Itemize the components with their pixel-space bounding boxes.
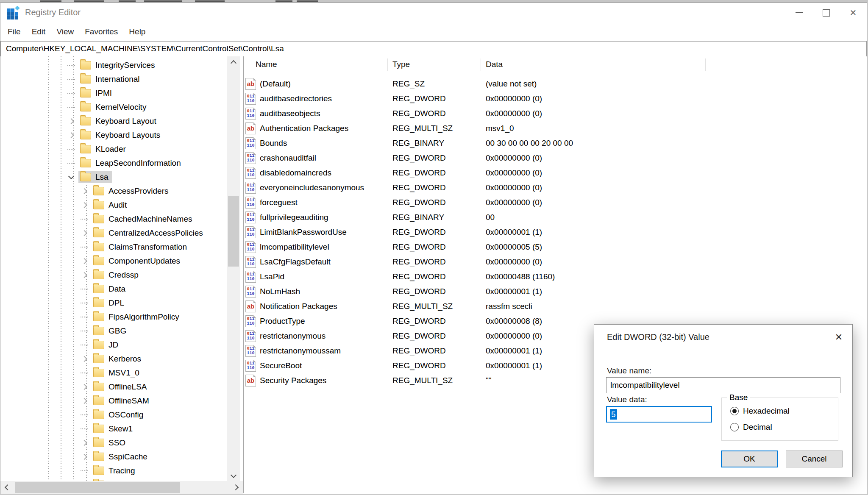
tree-expander-chevron-icon[interactable] [67, 61, 76, 70]
registry-value-row[interactable]: ab 011 110 auditbaseobjects REG_DWORD 0x… [244, 106, 867, 121]
tree-item[interactable]: MSV1_0 [0, 366, 227, 380]
tree-expander-chevron-icon[interactable] [81, 341, 89, 349]
tree-expander-chevron-icon[interactable] [81, 355, 89, 363]
tree-expander-chevron-icon[interactable] [81, 327, 89, 335]
tree-item[interactable]: SSO [0, 436, 227, 450]
minimize-button[interactable] [785, 3, 812, 22]
tree-item[interactable]: JD [0, 338, 227, 352]
tree-item[interactable]: IPMI [0, 86, 227, 100]
tree-item[interactable]: Tracing [0, 464, 227, 478]
tree-expander-chevron-icon[interactable] [81, 187, 89, 195]
tree-item[interactable]: OSConfig [0, 408, 227, 422]
registry-value-row[interactable]: ab 011 110 crashonauditfail REG_DWORD 0x… [244, 151, 867, 166]
dialog-close-button[interactable]: ✕ [829, 330, 848, 345]
vertical-scrollbar-thumb[interactable] [228, 196, 239, 267]
tree-expander-chevron-icon[interactable] [81, 313, 89, 321]
tree-item[interactable]: AccessProviders [0, 184, 227, 198]
menu-item[interactable]: Edit [26, 22, 51, 41]
registry-value-row[interactable]: ab 011 110 Authentication Packages REG_M… [244, 121, 867, 136]
column-separator[interactable] [387, 58, 388, 71]
registry-value-row[interactable]: ab 011 110 auditbasedirectories REG_DWOR… [244, 92, 867, 106]
tree-item[interactable]: Credssp [0, 268, 227, 282]
tree-item[interactable]: CachedMachineNames [0, 212, 227, 226]
tree-item[interactable]: IntegrityServices [0, 58, 227, 72]
tree-expander-chevron-icon[interactable] [81, 285, 89, 293]
tree-item[interactable]: Audit [0, 198, 227, 212]
tree-item[interactable]: ClaimsTransformation [0, 240, 227, 254]
maximize-button[interactable] [812, 3, 840, 22]
registry-value-row[interactable]: ab 011 110 disabledomaincreds REG_DWORD … [244, 166, 867, 181]
registry-value-row[interactable]: ab 011 110 Bounds REG_BINARY 00 30 00 00… [244, 136, 867, 151]
scroll-right-button[interactable] [230, 481, 243, 494]
registry-value-row[interactable]: ab 011 110 fullprivilegeauditing REG_BIN… [244, 210, 867, 225]
tree-expander-chevron-icon[interactable] [81, 425, 89, 433]
tree-item[interactable]: DPL [0, 296, 227, 310]
menu-item[interactable]: Help [123, 22, 151, 41]
tree-expander-chevron-icon[interactable] [67, 103, 76, 111]
menu-item[interactable]: Favorites [79, 22, 123, 41]
tree-expander-chevron-icon[interactable] [81, 369, 89, 377]
tree-expander-chevron-icon[interactable] [81, 271, 89, 279]
tree-expander-chevron-icon[interactable] [81, 229, 89, 237]
scroll-left-button[interactable] [0, 481, 13, 494]
registry-value-row[interactable]: ab 011 110 NoLmHash REG_DWORD 0x00000001… [244, 284, 867, 299]
tree-expander-chevron-icon[interactable] [81, 257, 89, 265]
tree-item[interactable]: OfflineLSA [0, 380, 227, 394]
tree-item[interactable]: International [0, 72, 227, 86]
menu-item[interactable]: View [51, 22, 79, 41]
tree-item[interactable]: CentralizedAccessPolicies [0, 226, 227, 240]
registry-value-row[interactable]: ab 011 110 lmcompatibilitylevel REG_DWOR… [244, 240, 867, 255]
tree-expander-chevron-icon[interactable] [81, 201, 89, 209]
tree-item[interactable]: SspiCache [0, 450, 227, 464]
tree-item[interactable]: LeapSecondInformation [0, 156, 227, 170]
tree-item[interactable] [0, 478, 227, 481]
registry-value-row[interactable]: ab 011 110 everyoneincludesanonymous REG… [244, 181, 867, 195]
column-header-type[interactable]: Type [392, 60, 410, 69]
registry-value-row[interactable]: ab 011 110 LimitBlankPasswordUse REG_DWO… [244, 225, 867, 240]
menu-item[interactable]: File [2, 22, 26, 41]
scroll-down-button[interactable] [227, 470, 240, 481]
tree-expander-chevron-icon[interactable] [67, 117, 76, 125]
registry-value-row[interactable]: ab 011 110 (Default) REG_SZ (value not s… [244, 77, 867, 92]
column-header-name[interactable]: Name [256, 60, 277, 69]
tree-vertical-scrollbar[interactable] [227, 56, 240, 481]
column-header-data[interactable]: Data [486, 60, 503, 69]
tree-expander-chevron-icon[interactable] [81, 453, 89, 461]
tree-item[interactable]: Kerberos [0, 352, 227, 366]
ok-button[interactable]: OK [721, 451, 778, 467]
tree-expander-chevron-icon[interactable] [81, 439, 89, 447]
registry-value-row[interactable]: ab 011 110 forceguest REG_DWORD 0x000000… [244, 195, 867, 210]
tree-expander-chevron-icon[interactable] [81, 397, 89, 405]
column-separator[interactable] [705, 58, 706, 71]
tree-item[interactable]: OfflineSAM [0, 394, 227, 408]
tree-item[interactable]: Skew1 [0, 422, 227, 436]
tree-expander-chevron-icon[interactable] [81, 411, 89, 419]
hexadecimal-radio[interactable]: Hexadecimal [730, 406, 790, 416]
column-separator[interactable] [481, 58, 481, 71]
value-data-input[interactable]: 5 [606, 406, 712, 423]
cancel-button[interactable]: Cancel [786, 451, 843, 467]
tree-item[interactable]: Keyboard Layout [0, 114, 227, 128]
tree-expander-chevron-icon[interactable] [67, 89, 76, 97]
address-bar[interactable]: Computer\HKEY_LOCAL_MACHINE\SYSTEM\Curre… [0, 41, 867, 57]
tree-item[interactable]: Data [0, 282, 227, 296]
scroll-up-button[interactable] [227, 56, 240, 67]
tree-item[interactable]: Keyboard Layouts [0, 128, 227, 142]
tree-expander-chevron-icon[interactable] [81, 299, 89, 307]
tree-horizontal-scrollbar[interactable] [0, 481, 243, 494]
tree-expander-chevron-icon[interactable] [67, 75, 76, 83]
registry-value-row[interactable]: ab 011 110 Notification Packages REG_MUL… [244, 299, 867, 314]
value-name-input[interactable]: lmcompatibilitylevel [606, 377, 840, 393]
tree-expander-chevron-icon[interactable] [81, 383, 89, 391]
horizontal-scrollbar-thumb[interactable] [15, 482, 180, 493]
tree-item[interactable]: GBG [0, 324, 227, 338]
tree-item[interactable]: ComponentUpdates [0, 254, 227, 268]
tree-expander-chevron-icon[interactable] [67, 159, 76, 167]
tree-expander-chevron-icon[interactable] [81, 467, 89, 475]
tree-expander-chevron-icon[interactable] [81, 243, 89, 251]
tree-expander-chevron-icon[interactable] [81, 215, 89, 223]
close-button[interactable]: ✕ [840, 3, 867, 22]
registry-value-row[interactable]: ab 011 110 LsaCfgFlagsDefault REG_DWORD … [244, 255, 867, 270]
decimal-radio[interactable]: Decimal [730, 423, 772, 432]
tree-expander-chevron-icon[interactable] [67, 131, 76, 139]
